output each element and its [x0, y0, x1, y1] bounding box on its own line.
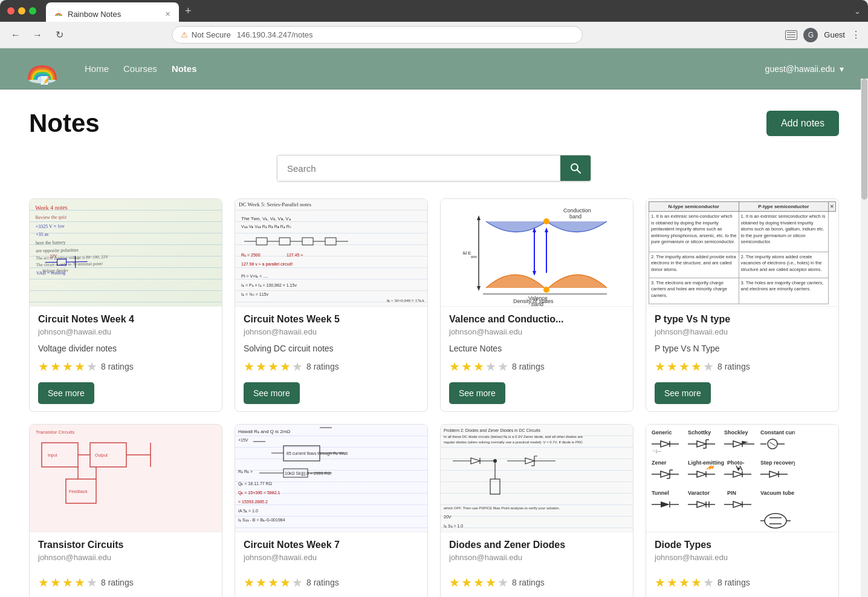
svg-text:Tunnel: Tunnel — [652, 490, 669, 496]
note-title-7: Diodes and Zener Diodes — [449, 540, 624, 550]
star-6-5: ★ — [292, 575, 303, 590]
svg-marker-86 — [525, 458, 534, 464]
back-button[interactable]: ← — [7, 27, 24, 44]
note-card: Week 4 notes Review the quiz +3325 V ≈ 1… — [29, 198, 222, 412]
rating-count-2: 8 ratings — [306, 362, 339, 371]
user-name-chrome: Guest — [824, 30, 845, 39]
traffic-light-red[interactable] — [7, 7, 15, 15]
traffic-light-green[interactable] — [29, 7, 36, 15]
stars-4: ★ ★ ★ ★ ★ — [655, 359, 714, 374]
nav-home[interactable]: Home — [85, 64, 109, 74]
note-card-6: Hawall R₁ and Q is 2mΩ +15V 85 current f… — [235, 424, 428, 597]
star-6-1: ★ — [244, 575, 254, 590]
note-card-8: Generic Schottky Shockley Constant curre… — [646, 424, 839, 597]
stars-2: ★ ★ ★ ★ ★ — [244, 359, 303, 374]
lock-icon: ⚠ — [181, 30, 188, 39]
svg-marker-126 — [661, 471, 670, 477]
svg-text:127.45 ≈: 127.45 ≈ — [287, 253, 303, 257]
svg-rect-5 — [57, 259, 66, 265]
search-bar — [277, 155, 591, 181]
see-more-button-3[interactable]: See more — [449, 382, 505, 404]
nav-courses[interactable]: Courses — [123, 64, 157, 74]
active-tab[interactable]: Rainbow Notes ✕ — [46, 2, 179, 22]
star-3-1: ★ — [449, 359, 460, 374]
see-more-button-2[interactable]: See more — [244, 382, 300, 404]
svg-text:85 current flows through R₂ Wa: 85 current flows through R₂ Watt — [287, 451, 348, 456]
star-5-4: ★ — [74, 575, 85, 590]
note-title-8: Diode Types — [655, 540, 830, 550]
valence-graph-svg: E E gap Valence band — [462, 200, 612, 306]
see-more-button-4[interactable]: See more — [655, 382, 711, 404]
tab-close-icon[interactable]: ✕ — [165, 10, 170, 18]
chrome-menu-icon[interactable]: ⋮ — [851, 29, 861, 41]
tab-favicon — [54, 10, 63, 18]
new-tab-button[interactable]: + — [179, 5, 198, 18]
note-title-1: Circuit Notes Week 4 — [38, 314, 213, 325]
scrollbar-track — [861, 79, 868, 597]
note-image-4: N-type semiconductor P-type semiconducto… — [646, 199, 838, 307]
svg-text:I₁  S₁₁ - B = B₁-G-001984: I₁ S₁₁ - B = B₁-G-001984 — [238, 518, 285, 522]
note-rating-6: ★ ★ ★ ★ ★ 8 ratings — [244, 575, 419, 590]
note-author-8: johnson@hawaii.edu — [655, 553, 830, 562]
stars-6: ★ ★ ★ ★ ★ — [244, 575, 303, 590]
svg-text:IA 5₁ = 1.0: IA 5₁ = 1.0 — [238, 509, 258, 513]
svg-marker-113 — [733, 441, 742, 447]
star-3-3: ★ — [473, 359, 484, 374]
svg-marker-155 — [661, 501, 670, 507]
note-rating-4: ★ ★ ★ ★ ★ 8 ratings — [655, 359, 830, 374]
scrollbar-thumb[interactable] — [861, 79, 867, 200]
svg-marker-159 — [697, 501, 706, 507]
svg-marker-107 — [697, 441, 706, 447]
svg-rect-93 — [490, 479, 500, 494]
svg-text:= 15393.2885.2: = 15393.2885.2 — [238, 500, 268, 504]
search-button[interactable] — [560, 155, 591, 181]
note-body-5: Transistor Circuits johnson@hawaii.edu ★… — [30, 532, 222, 597]
note-author-1: johnson@hawaii.edu — [38, 327, 213, 336]
note-image-7: Problem 2: Diodes and Zener Diodes in DC… — [441, 425, 633, 532]
circuit-red-svg: Transistor Circuits Input Output — [30, 425, 180, 532]
url-bar[interactable]: ⚠ Not Secure 146.190.34.247/notes — [172, 26, 583, 44]
user-avatar[interactable]: G — [803, 28, 818, 42]
note-author-2: johnson@hawaii.edu — [244, 327, 419, 336]
svg-text:I₁ = P₁ × I₁ = 100,982 × 1.15v: I₁ = P₁ × I₁ = 100,982 × 1.15v — [241, 283, 297, 287]
svg-text:Zener: Zener — [652, 460, 667, 466]
svg-text:Photo-: Photo- — [727, 460, 745, 466]
svg-marker-147 — [769, 471, 779, 477]
svg-text:Q₁ = 15×395 = 5982.1: Q₁ = 15×395 = 5982.1 — [238, 491, 280, 495]
see-more-button-1[interactable]: See more — [38, 382, 94, 404]
add-notes-button[interactable]: Add notes — [766, 111, 839, 136]
star-8-2: ★ — [667, 575, 678, 590]
main-content: Notes Add notes — [0, 90, 868, 597]
nav-notes[interactable]: Notes — [172, 64, 197, 74]
svg-text:127.98 v ≈ a parallel circuit!: 127.98 v ≈ a parallel circuit! — [241, 262, 293, 267]
note-description-1: Voltage divider notes — [38, 344, 213, 353]
rainbow-logo-icon: 📝 — [24, 53, 60, 85]
search-input[interactable] — [277, 156, 560, 181]
note-title-3: Valence and Conductio... — [449, 314, 624, 325]
star-8-3: ★ — [679, 575, 690, 590]
note-author-4: johnson@hawaii.edu — [655, 327, 830, 336]
svg-marker-82 — [471, 458, 480, 464]
svg-text:Problem 2: Diodes and Zener Di: Problem 2: Diodes and Zener Diodes in DC… — [444, 428, 540, 432]
rating-count-3: 8 ratings — [512, 362, 545, 371]
star-1-2: ★ — [50, 359, 61, 374]
cast-icon[interactable] — [785, 30, 797, 40]
star-2-2: ★ — [256, 359, 267, 374]
rating-count-1: 8 ratings — [101, 362, 134, 371]
traffic-light-yellow[interactable] — [18, 7, 25, 15]
star-8-1: ★ — [655, 575, 666, 590]
note-title-4: P type Vs N type — [655, 314, 830, 325]
star-5-1: ★ — [38, 575, 49, 590]
app-nav: Home Courses Notes — [85, 64, 197, 74]
star-7-1: ★ — [449, 575, 460, 590]
forward-button[interactable]: → — [29, 27, 46, 44]
diode-types-svg: Generic Schottky Shockley Constant curre… — [649, 427, 795, 530]
star-1-5: ★ — [86, 359, 97, 374]
svg-point-167 — [765, 514, 786, 528]
app-logo[interactable]: 📝 — [24, 53, 60, 85]
svg-text:The Two, V₁, V₂, V₃, V₄: The Two, V₁, V₂, V₃, V₄ — [241, 216, 291, 221]
star-5-3: ★ — [62, 575, 73, 590]
note-card-2: DC Week 5: Series-Parallel notes The Two… — [235, 198, 428, 412]
refresh-button[interactable]: ↻ — [51, 27, 68, 44]
note-title-5: Transistor Circuits — [38, 540, 213, 550]
